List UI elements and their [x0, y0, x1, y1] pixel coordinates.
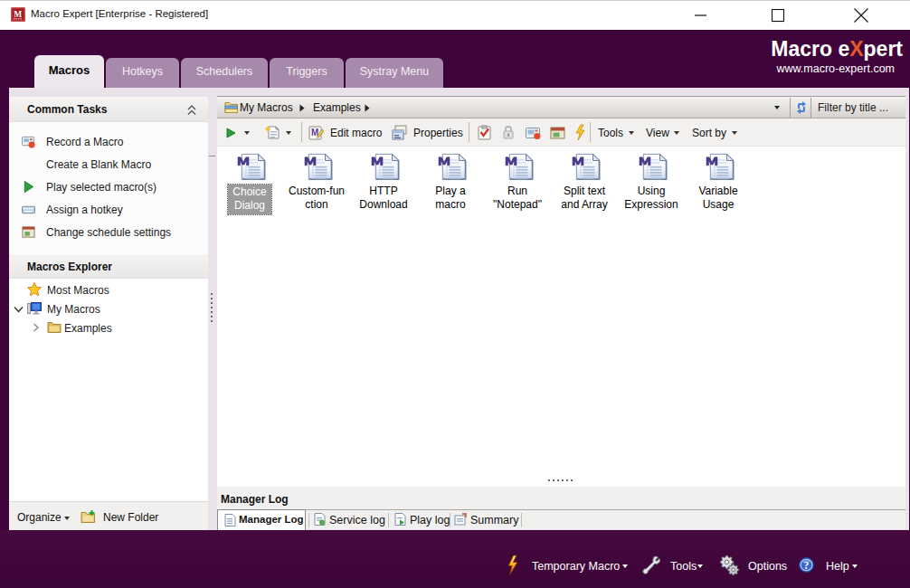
svg-text:M: M	[14, 10, 22, 19]
svg-text:?: ?	[804, 560, 810, 571]
